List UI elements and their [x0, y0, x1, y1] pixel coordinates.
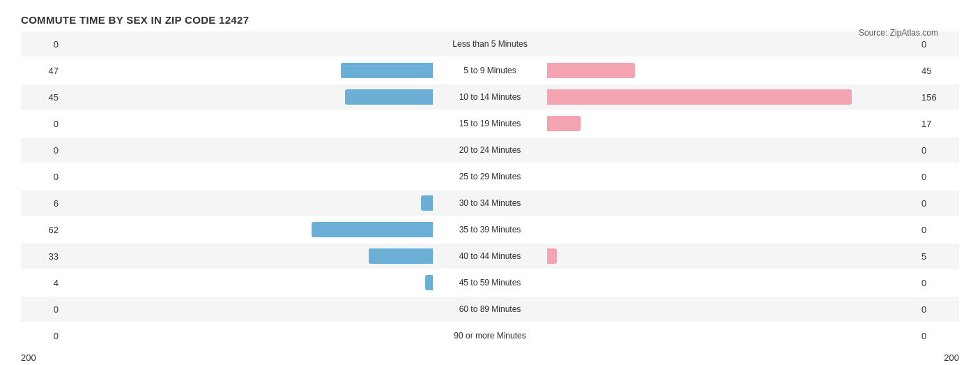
female-value: 0	[917, 198, 959, 209]
bars-wrapper: Less than 5 Minutes	[63, 31, 917, 57]
table-row: 33 40 to 44 Minutes 5	[21, 244, 959, 269]
row-label: 25 to 29 Minutes	[434, 172, 546, 181]
right-bar-area	[546, 301, 917, 317]
bars-wrapper: 30 to 34 Minutes	[63, 191, 917, 216]
row-label: 35 to 39 Minutes	[434, 225, 546, 234]
table-row: 0 20 to 24 Minutes 0	[21, 137, 959, 163]
table-row: 62 35 to 39 Minutes 0	[21, 217, 959, 242]
left-bar-area	[63, 328, 434, 343]
row-label: 40 to 44 Minutes	[434, 251, 546, 261]
male-value: 62	[21, 225, 63, 235]
bars-wrapper: 15 to 19 Minutes	[63, 111, 917, 136]
right-bar-area	[546, 195, 917, 211]
row-label: 30 to 34 Minutes	[434, 198, 546, 208]
female-value: 45	[917, 66, 959, 76]
right-bar-area	[546, 222, 917, 237]
left-bar-area	[63, 222, 434, 237]
table-row: 4 45 to 59 Minutes 0	[21, 270, 959, 295]
male-value: 0	[21, 145, 63, 156]
male-value: 45	[21, 92, 63, 103]
right-bar-area	[546, 89, 917, 105]
female-value: 5	[917, 251, 959, 262]
male-bar	[345, 89, 433, 105]
row-label: 10 to 14 Minutes	[434, 92, 546, 102]
male-value: 0	[21, 39, 63, 50]
left-bar-area	[63, 116, 434, 131]
right-bar-area	[546, 142, 917, 158]
right-bar-area	[546, 63, 917, 78]
row-label: 45 to 59 Minutes	[434, 278, 546, 288]
right-bar-area	[546, 116, 917, 131]
table-row: 6 30 to 34 Minutes 0	[21, 191, 959, 216]
left-bar-area	[63, 63, 434, 78]
female-bar	[547, 89, 852, 105]
table-row: 0 25 to 29 Minutes 0	[21, 164, 959, 189]
row-label: Less than 5 Minutes	[434, 39, 546, 49]
female-bar	[547, 248, 557, 264]
right-bar-area	[546, 275, 917, 290]
row-label: 5 to 9 Minutes	[434, 66, 546, 75]
female-value: 17	[917, 119, 959, 129]
female-bar	[547, 116, 581, 131]
row-label: 90 or more Minutes	[434, 331, 546, 341]
bars-wrapper: 60 to 89 Minutes	[63, 297, 917, 322]
row-label: 15 to 19 Minutes	[434, 119, 546, 128]
bars-wrapper: 20 to 24 Minutes	[63, 137, 917, 163]
male-bar	[425, 275, 433, 290]
left-bar-area	[63, 169, 434, 184]
rows-container: 0 Less than 5 Minutes 0 47 5 to 9 Minute…	[21, 31, 959, 350]
table-row: 0 15 to 19 Minutes 17	[21, 111, 959, 136]
table-row: 45 10 to 14 Minutes 156	[21, 84, 959, 110]
male-value: 0	[21, 172, 63, 182]
bars-wrapper: 35 to 39 Minutes	[63, 217, 917, 242]
right-bar-area	[546, 36, 917, 52]
female-value: 0	[917, 331, 959, 341]
female-value: 0	[917, 278, 959, 288]
chart-wrapper: 0 Less than 5 Minutes 0 47 5 to 9 Minute…	[21, 31, 959, 365]
male-value: 0	[21, 331, 63, 341]
right-bar-area	[546, 169, 917, 184]
female-value: 156	[917, 92, 959, 103]
female-value: 0	[917, 225, 959, 235]
male-value: 0	[21, 119, 63, 129]
male-value: 6	[21, 198, 63, 209]
bars-wrapper: 25 to 29 Minutes	[63, 164, 917, 189]
male-value: 0	[21, 304, 63, 315]
left-bar-area	[63, 142, 434, 158]
male-value: 4	[21, 278, 63, 288]
bars-wrapper: 45 to 59 Minutes	[63, 270, 917, 295]
male-bar	[312, 222, 433, 237]
bars-wrapper: 40 to 44 Minutes	[63, 244, 917, 269]
axis-left: 200	[21, 352, 36, 363]
right-bar-area	[546, 248, 917, 264]
female-bar	[547, 63, 635, 78]
left-bar-area	[63, 195, 434, 211]
chart-title: COMMUTE TIME BY SEX IN ZIP CODE 12427	[21, 14, 959, 26]
left-bar-area	[63, 275, 434, 290]
left-bar-area	[63, 89, 434, 105]
female-value: 0	[917, 145, 959, 156]
female-value: 0	[917, 304, 959, 315]
male-bar	[369, 248, 433, 264]
table-row: 47 5 to 9 Minutes 45	[21, 58, 959, 83]
female-value: 0	[917, 172, 959, 182]
row-label: 20 to 24 Minutes	[434, 145, 546, 155]
left-bar-area	[63, 36, 434, 52]
male-bar	[341, 63, 433, 78]
left-bar-area	[63, 301, 434, 317]
female-value: 0	[917, 39, 959, 50]
left-bar-area	[63, 248, 434, 264]
male-bar	[421, 195, 433, 211]
table-row: 0 Less than 5 Minutes 0	[21, 31, 959, 57]
male-value: 33	[21, 251, 63, 262]
row-label: 60 to 89 Minutes	[434, 304, 546, 314]
axis-right: 200	[944, 352, 959, 363]
bars-wrapper: 10 to 14 Minutes	[63, 84, 917, 110]
axis-labels: 200 200	[21, 352, 959, 363]
bars-wrapper: 90 or more Minutes	[63, 323, 917, 348]
table-row: 0 60 to 89 Minutes 0	[21, 297, 959, 322]
table-row: 0 90 or more Minutes 0	[21, 323, 959, 348]
right-bar-area	[546, 328, 917, 343]
bars-wrapper: 5 to 9 Minutes	[63, 58, 917, 83]
male-value: 47	[21, 66, 63, 76]
